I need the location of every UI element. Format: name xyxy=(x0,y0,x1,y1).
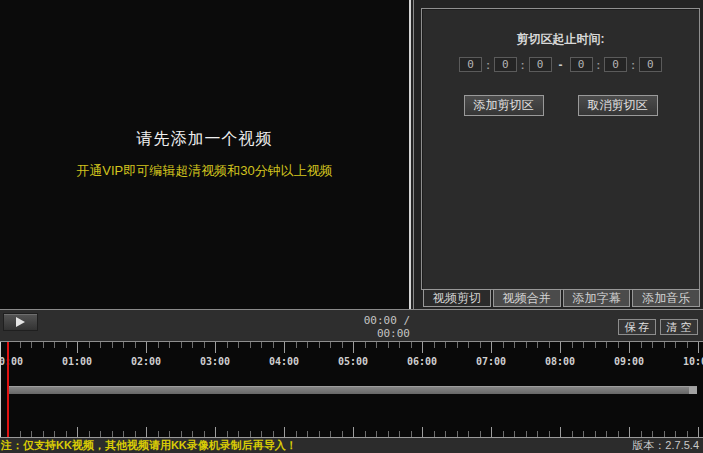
timeline-time-label: 06:00 xyxy=(407,356,437,367)
ruler-tick xyxy=(664,431,665,437)
ruler-tick xyxy=(123,431,124,437)
ruler-tick xyxy=(123,342,124,348)
tab-video-merge[interactable]: 视频合并 xyxy=(493,289,561,307)
ruler-tick xyxy=(169,431,170,437)
save-button[interactable]: 保 存 xyxy=(618,319,656,335)
ruler-tick xyxy=(503,342,504,348)
ruler-tick xyxy=(606,431,607,437)
ruler-tick xyxy=(687,431,688,437)
ruler-tick xyxy=(181,342,182,348)
add-clip-region-button[interactable]: 添加剪切区 xyxy=(464,95,544,116)
ruler-tick xyxy=(273,342,274,348)
ruler-tick xyxy=(273,431,274,437)
end-minute-input[interactable] xyxy=(604,57,627,72)
end-hour-input[interactable] xyxy=(570,57,593,72)
ruler-tick xyxy=(606,342,607,348)
ruler-tick xyxy=(629,342,630,353)
clip-time-inputs: : : - : : xyxy=(422,57,699,72)
ruler-tick xyxy=(422,427,423,437)
play-button[interactable] xyxy=(3,313,38,331)
ruler-tick xyxy=(204,342,205,348)
ruler-tick xyxy=(583,342,584,348)
start-minute-input[interactable] xyxy=(494,57,517,72)
kk-video-note: 注：仅支持KK视频，其他视频请用KK录像机录制后再导入！ xyxy=(1,438,297,453)
ruler-tick xyxy=(365,431,366,437)
ruler-tick xyxy=(296,342,297,348)
ruler-tick xyxy=(664,342,665,348)
ruler-tick xyxy=(629,427,630,437)
ruler-tick xyxy=(89,431,90,437)
clip-settings-panel: 剪切区起止时间: : : - : : 添加剪切区 取消剪切区 视频剪切视频合并添… xyxy=(413,0,703,309)
start-second-input[interactable] xyxy=(529,57,552,72)
ruler-tick xyxy=(54,431,55,437)
ruler-tick xyxy=(675,431,676,437)
clear-button[interactable]: 清 空 xyxy=(660,319,698,335)
ruler-tick xyxy=(261,342,262,348)
ruler-tick xyxy=(89,342,90,348)
ruler-tick xyxy=(618,431,619,437)
ruler-tick xyxy=(330,342,331,348)
ruler-tick xyxy=(445,431,446,437)
ruler-tick xyxy=(100,342,101,348)
colon-separator: : xyxy=(486,59,490,71)
ruler-tick xyxy=(376,431,377,437)
scrollbar-end-cap xyxy=(689,387,697,394)
ruler-tick xyxy=(595,431,596,437)
start-hour-input[interactable] xyxy=(459,57,482,72)
ruler-tick xyxy=(698,427,699,437)
ruler-tick xyxy=(250,342,251,348)
ruler-tick xyxy=(146,427,147,437)
ruler-tick xyxy=(572,431,573,437)
ruler-tick xyxy=(698,342,699,353)
clip-action-buttons: 添加剪切区 取消剪切区 xyxy=(422,95,699,116)
ruler-tick xyxy=(537,342,538,348)
ruler-tick xyxy=(353,427,354,437)
ruler-tick xyxy=(641,431,642,437)
timeline-time-label: 03:00 xyxy=(200,356,230,367)
ruler-tick xyxy=(618,342,619,348)
ruler-tick xyxy=(468,342,469,348)
timeline[interactable]: 00:0001:0002:0003:0004:0005:0006:0007:00… xyxy=(0,341,703,438)
timeline-scrollbar[interactable] xyxy=(8,386,697,394)
ruler-tick xyxy=(342,431,343,437)
end-second-input[interactable] xyxy=(639,57,662,72)
ruler-tick xyxy=(445,342,446,348)
ruler-tick xyxy=(422,342,423,353)
ruler-tick xyxy=(66,431,67,437)
ruler-tick xyxy=(560,427,561,437)
ruler-tick xyxy=(365,342,366,348)
ruler-tick xyxy=(77,427,78,437)
cancel-clip-region-button[interactable]: 取消剪切区 xyxy=(578,95,658,116)
ruler-tick xyxy=(77,342,78,353)
ruler-tick xyxy=(457,431,458,437)
ruler-tick xyxy=(100,431,101,437)
ruler-tick xyxy=(526,431,527,437)
ruler-tick xyxy=(583,431,584,437)
ruler-tick xyxy=(652,431,653,437)
timeline-time-label: 05:00 xyxy=(338,356,368,367)
playhead-marker[interactable] xyxy=(7,342,9,437)
ruler-tick xyxy=(31,342,32,348)
ruler-tick xyxy=(112,431,113,437)
ruler-tick xyxy=(135,342,136,348)
ruler-tick xyxy=(503,431,504,437)
ruler-tick xyxy=(595,342,596,348)
function-tabs: 视频剪切视频合并添加字幕添加音乐 xyxy=(423,289,700,308)
video-preview-area: 请先添加一个视频 开通VIP即可编辑超清视频和30分钟以上视频 xyxy=(0,0,411,309)
ruler-tick xyxy=(20,431,21,437)
ruler-tick xyxy=(549,342,550,348)
ruler-tick xyxy=(388,342,389,348)
tab-add-subtitle[interactable]: 添加字幕 xyxy=(563,289,631,307)
tab-video-cut[interactable]: 视频剪切 xyxy=(423,289,491,307)
colon-separator: : xyxy=(521,59,525,71)
ruler-tick xyxy=(20,342,21,348)
version-label: 版本：2.7.5.4 xyxy=(632,438,699,453)
ruler-tick xyxy=(652,342,653,348)
ruler-tick xyxy=(146,342,147,353)
ruler-tick xyxy=(411,342,412,348)
ruler-tick xyxy=(204,431,205,437)
tab-add-music[interactable]: 添加音乐 xyxy=(632,289,700,307)
colon-separator: : xyxy=(597,59,601,71)
ruler-tick xyxy=(238,431,239,437)
ruler-tick xyxy=(43,342,44,348)
